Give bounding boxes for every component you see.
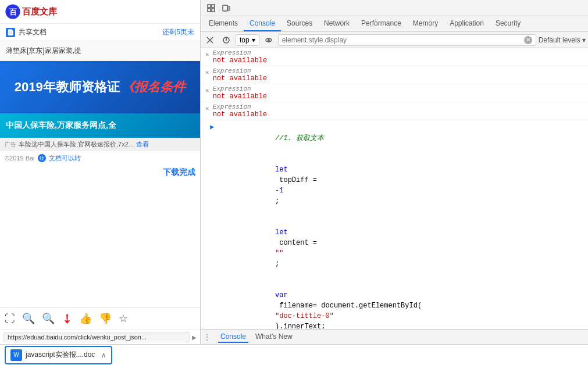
console-filter[interactable]: ✕ [278, 34, 536, 46]
code-block: //1. 获取文本 let topDiff = -1 ; let content… [216, 123, 583, 329]
convert-icon: 转 [37, 153, 47, 163]
devtools-tabs: Elements Console Sources Network Perform… [201, 16, 588, 32]
shared-doc-bar: 📄 共享文档 还剩5页未 [0, 24, 200, 41]
convert-btn[interactable]: 文档可以转 [49, 154, 81, 163]
tab-application[interactable]: Application [444, 16, 490, 31]
svg-point-16 [268, 39, 270, 41]
expression-label-1: Expression [213, 49, 268, 56]
download-chevron-icon[interactable]: ∧ [101, 350, 106, 360]
svg-point-14 [226, 40, 227, 41]
thumbs-up-icon[interactable]: 👍 [79, 312, 92, 325]
expression-label-3: Expression [213, 85, 268, 92]
code-line-2: let content = "" ; [216, 217, 583, 280]
tab-network[interactable]: Network [318, 16, 355, 31]
clear-console-icon[interactable] [203, 33, 217, 47]
logo-text: 百度文库 [22, 6, 57, 17]
ad-link[interactable]: 查看 [136, 140, 149, 149]
svg-text:转: 转 [40, 156, 44, 161]
ad-bar: 广告 车险选中国人保车险,官网极速报价,7x2... 查看 [0, 138, 200, 151]
svg-rect-8 [223, 5, 227, 11]
thumbs-down-icon[interactable]: 👎 [99, 312, 112, 325]
fullscreen-icon[interactable]: ⛶ [5, 313, 15, 325]
zoom-in-icon[interactable]: 🔍 [42, 312, 55, 325]
eye-icon[interactable] [262, 33, 276, 47]
browser-toolbar: ⛶ 🔍 🔍 ➘ 👍 👎 ☆ [0, 307, 200, 330]
copyright-bar: ©2019 Bai 转 文档可以转 [0, 151, 200, 165]
shared-label: 共享文档 [19, 27, 47, 37]
cert-text-main: 2019年教师资格证 [15, 80, 120, 94]
insurance-banner: 中国人保车险,万家服务网点,全 [0, 113, 200, 138]
code-line-comment1: //1. 获取文本 [216, 123, 583, 154]
bottom-tab-whatsnew[interactable]: What's New [253, 331, 295, 343]
zoom-out-icon[interactable]: 🔍 [22, 312, 35, 325]
baidu-logo: 百 百度文库 [5, 3, 57, 20]
doc-title: 薄垫床[京东]家居家装,提 [0, 41, 200, 61]
devtools-top-toolbar [201, 0, 588, 16]
levels-selector[interactable]: Default levels ▾ [539, 36, 586, 44]
code-line-1: let topDiff = -1 ; [216, 154, 583, 217]
console-output: ✕ Expression not available ✕ Expression … [201, 48, 588, 329]
close-icon-3[interactable]: ✕ [205, 87, 209, 94]
arrow-icon: ➘ [58, 309, 76, 327]
expression-value-4: not available [213, 110, 268, 119]
browser-panel: 百 百度文库 📄 共享文档 还剩5页未 薄垫床[京东]家居家装,提 2019年教… [0, 0, 201, 344]
run-arrow-icon[interactable]: ▶ [210, 123, 214, 131]
tab-security[interactable]: Security [490, 16, 526, 31]
filter-input[interactable] [282, 36, 524, 44]
context-dropdown-arrow: ▾ [252, 36, 255, 44]
shared-icon: 📄 [6, 28, 15, 37]
browser-header: 百 百度文库 [0, 0, 200, 24]
svg-rect-9 [228, 6, 230, 10]
svg-text:百: 百 [9, 8, 17, 16]
tab-elements[interactable]: Elements [203, 16, 244, 31]
close-icon-2[interactable]: ✕ [205, 69, 209, 76]
download-bar: W javascript实验报....doc ∧ [0, 344, 588, 365]
bottom-tab-console[interactable]: Console [218, 331, 248, 343]
device-toolbar-icon[interactable] [219, 1, 233, 15]
svg-rect-4 [208, 5, 211, 8]
tab-console[interactable]: Console [244, 16, 281, 31]
remaining-pages: 还剩5页未 [162, 27, 194, 37]
context-value: top [240, 36, 250, 44]
svg-rect-5 [212, 5, 215, 8]
url-bar-expand[interactable]: ▶ [192, 334, 197, 341]
code-block-container: ▶ //1. 获取文本 let topDiff = -1 ; let [210, 123, 583, 329]
expression-value-1: not available [213, 56, 268, 65]
bookmark-icon[interactable]: ☆ [119, 312, 128, 325]
main-area: 百 百度文库 📄 共享文档 还剩5页未 薄垫床[京东]家居家装,提 2019年教… [0, 0, 588, 344]
expression-value-3: not available [213, 92, 268, 101]
console-toolbar: top ▾ ✕ Default levels ▾ [201, 32, 588, 48]
cert-text-red: 《报名条件 [122, 80, 186, 94]
url-bar: https://eduad.baidu.com/click/wenku_post… [3, 332, 190, 342]
code-section: ▶ //1. 获取文本 let topDiff = -1 ; let [201, 120, 588, 329]
expression-entry-3: ✕ Expression not available [201, 84, 588, 102]
baidu-logo-icon: 百 [5, 3, 21, 20]
filter-clear-btn[interactable]: ✕ [524, 36, 532, 44]
svg-rect-7 [212, 9, 215, 12]
expression-label-2: Expression [213, 67, 268, 74]
code-line-3: var filename= document.getElementById( "… [216, 280, 583, 329]
bottom-menu-icon[interactable]: ⋮ [203, 332, 211, 342]
devtools-left-icons [203, 1, 234, 15]
tab-sources[interactable]: Sources [281, 16, 318, 31]
expression-entry-4: ✕ Expression not available [201, 102, 588, 120]
insurance-text: 中国人保车险,万家服务网点,全 [6, 120, 194, 131]
expression-entry-2: ✕ Expression not available [201, 66, 588, 84]
cert-banner: 2019年教师资格证 《报名条件 [0, 61, 200, 113]
close-icon-1[interactable]: ✕ [205, 51, 209, 58]
tab-memory[interactable]: Memory [407, 16, 444, 31]
ad-label: 广告 [5, 141, 16, 149]
expression-entry-1: ✕ Expression not available [201, 48, 588, 66]
context-selector[interactable]: top ▾ [236, 34, 259, 46]
close-icon-4[interactable]: ✕ [205, 105, 209, 112]
filter-icon[interactable] [219, 33, 233, 47]
download-complete-text: 下载完成 [0, 165, 200, 180]
tab-performance[interactable]: Performance [355, 16, 407, 31]
expression-value-2: not available [213, 74, 268, 83]
download-box[interactable]: W javascript实验报....doc ∧ [5, 346, 112, 364]
download-filename: javascript实验报....doc [26, 350, 95, 360]
inspect-icon[interactable] [204, 1, 218, 15]
browser-spacer [0, 180, 200, 307]
ad-content: 车险选中国人保车险,官网极速报价,7x2... [19, 140, 134, 149]
console-bottom-tabs: ⋮ Console What's New [201, 329, 588, 344]
